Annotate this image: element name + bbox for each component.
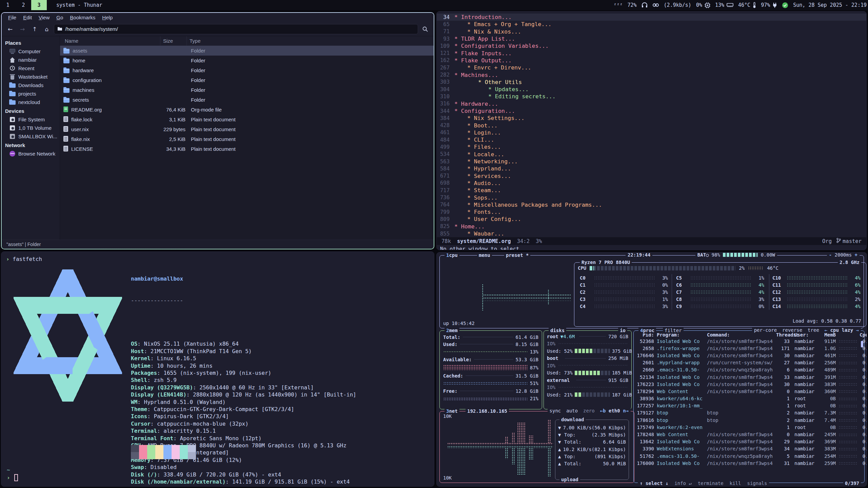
org-heading-line[interactable]: 717 * Steam... <box>437 187 866 194</box>
workspace-button[interactable]: 1 <box>0 0 16 10</box>
home-button[interactable]: ⌂ <box>42 24 52 34</box>
file-row[interactable]: user.nix 229 bytes Plain text document <box>60 124 434 134</box>
menu-item[interactable]: Edit <box>20 14 35 21</box>
menu-item[interactable]: Help <box>99 14 116 21</box>
org-heading-line[interactable]: 799 * Fonts... <box>437 208 866 216</box>
file-row[interactable]: hardware Folder <box>60 65 434 75</box>
up-button[interactable]: ↑ <box>29 24 40 34</box>
proc-reverse-button[interactable]: reverse <box>782 327 802 333</box>
org-heading-line[interactable]: 71 * Nix & Nixos... <box>437 28 866 35</box>
org-heading-line[interactable]: 282 * Machines... <box>437 71 866 78</box>
proc-percore-button[interactable]: per-core <box>754 327 777 333</box>
org-heading-line[interactable]: 316 * Hardware... <box>437 100 866 107</box>
process-row[interactable]: 2658 .firefox-wrappe /nix/store/sm8fmrf3… <box>634 345 864 352</box>
proc-kill-hint[interactable]: kill <box>730 481 741 486</box>
org-heading-line[interactable]: 310 * Editing secrets... <box>437 93 866 100</box>
process-row[interactable]: 3390 WebExtensions /nix/store/sm8fmrf3wp… <box>634 445 864 452</box>
org-heading-line[interactable]: 855 * Waubar... <box>437 230 866 237</box>
tab-io[interactable]: io <box>618 327 627 333</box>
process-row[interactable]: 178294 Web Content /nix/store/sm8fmrf3wp… <box>634 388 864 395</box>
clock[interactable]: Sun, 28 Sep 2025 - 22:19 <box>793 2 867 8</box>
org-heading-line[interactable]: 825 * Home... <box>437 223 866 230</box>
org-heading-line[interactable]: 671 * Services... <box>437 172 866 180</box>
proc-tree-button[interactable]: tree <box>808 327 819 333</box>
process-row[interactable]: 178616 btop btop 2 nambiar 7.4M 0.0 <box>634 416 864 424</box>
file-row[interactable]: README.org 76,4 KiB Org-mode file <box>60 105 434 115</box>
tab-mem[interactable]: 2mem <box>445 327 459 333</box>
org-heading-line[interactable]: 461 * Login... <box>437 129 866 136</box>
org-heading-line[interactable]: 499 * Files... <box>437 143 866 150</box>
proc-select-hint[interactable]: ↑ select ↓ <box>640 481 668 486</box>
org-heading-line[interactable]: 344 * Configuration... <box>437 107 866 115</box>
sidebar-item[interactable]: File System <box>2 115 60 124</box>
sidebar-item[interactable]: Wastebasket <box>2 73 60 81</box>
sidebar-item[interactable]: SMALLBOX Wi... <box>2 132 60 141</box>
file-row[interactable]: flake.nix 2,5 KiB Plain text document <box>60 134 434 144</box>
proc-scrollbar-thumb[interactable] <box>861 341 863 347</box>
idle-inhibit-indicator[interactable]: ᶻᶻᶻ <box>613 2 623 8</box>
process-row[interactable]: 179127 btop btop 2 nambiar 7.3M 0.0 <box>634 409 864 416</box>
proc-info-hint[interactable]: info ↵ <box>674 481 692 486</box>
org-heading-line[interactable]: 484 * CLI... <box>437 136 866 143</box>
file-row[interactable]: configuration Folder <box>60 75 434 85</box>
column-header-size[interactable]: Size <box>160 36 187 45</box>
sidebar-item[interactable]: Browse Network <box>2 149 60 158</box>
process-row[interactable]: 176223 Isolated Web Co /nix/store/sm8fmr… <box>634 381 864 388</box>
file-row[interactable]: flake.lock 3,1 KiB Plain text document <box>60 115 434 124</box>
net-sync-button[interactable]: sync <box>550 408 561 413</box>
preset-button[interactable]: preset * <box>504 252 530 258</box>
file-row[interactable]: assets Folder <box>60 46 434 56</box>
sidebar-item[interactable]: Computer <box>2 47 60 56</box>
org-heading-line[interactable]: 736 * Sops... <box>437 194 866 201</box>
workspace-button[interactable]: 2 <box>16 0 31 10</box>
org-heading-line[interactable]: 109 * Configuration Variables... <box>437 42 866 49</box>
proc-signals-hint[interactable]: signals <box>747 481 767 486</box>
update-interval[interactable]: - 2000ms + <box>827 252 860 258</box>
process-row[interactable]: 52368 Isolated Web Co /nix/store/sm8fmrf… <box>634 338 864 345</box>
forward-button[interactable]: → <box>17 24 27 34</box>
org-heading-line[interactable]: 65 * Emacs + Org + Tangle... <box>437 21 866 28</box>
sidebar-item[interactable]: nextcloud <box>2 98 60 106</box>
terminal-window[interactable]: › fastfetch nambiar@smallbox -----------… <box>1 251 434 487</box>
sidebar-item[interactable]: Recent <box>2 64 60 73</box>
net-zero-button[interactable]: zero <box>583 408 595 413</box>
org-heading-line[interactable]: 384 * Nix Settings... <box>437 115 866 122</box>
temperature[interactable]: 46°C <box>738 2 756 8</box>
back-button[interactable]: ← <box>5 24 15 34</box>
process-row[interactable]: 52134 Isolated Web Co /nix/store/sm8fmrf… <box>634 373 864 381</box>
tab-disks[interactable]: disks <box>549 327 566 333</box>
sidebar-item[interactable]: nambiar <box>2 56 60 64</box>
net-auto-button[interactable]: auto <box>566 408 578 413</box>
process-row[interactable]: 178248 Web Content /nix/store/sm8fmrf3wp… <box>634 431 864 438</box>
org-heading-line[interactable]: 764 * Miscellaneous Packages and Program… <box>437 201 866 208</box>
org-heading-line[interactable]: 698 * Audio... <box>437 180 866 187</box>
file-row[interactable]: secrets Folder <box>60 95 434 105</box>
process-row[interactable]: 176646 Isolated Web Co /nix/store/sm8fmr… <box>634 352 864 359</box>
terminal-cursor[interactable] <box>14 474 18 481</box>
menu-button[interactable]: menu <box>477 252 492 258</box>
workspace-button[interactable]: 3 <box>31 0 47 10</box>
process-row[interactable]: 38936 kworker/u64:6-kc 1 root 0B 0.0 <box>634 395 864 402</box>
sidebar-item[interactable]: projects <box>2 89 60 98</box>
tab-proc[interactable]: 4proc <box>638 327 656 333</box>
proc-filter-button[interactable]: filter <box>663 327 684 333</box>
search-button[interactable] <box>420 24 430 34</box>
menu-item[interactable]: Bookmarks <box>67 14 98 21</box>
process-row[interactable]: 2601 .Hyprland-wrapp /run/current-system… <box>634 359 864 366</box>
org-heading-line[interactable]: 303 * Other Utils <box>437 79 866 86</box>
menu-item[interactable]: Go <box>53 14 66 21</box>
org-heading-line[interactable]: 563 * Networking... <box>437 158 866 165</box>
tab-cpu[interactable]: 1cpu <box>445 252 459 258</box>
org-heading-line[interactable]: 162 * Flake Output... <box>437 57 866 64</box>
process-row[interactable]: 13642 Isolated Web Co /nix/store/sm8fmrf… <box>634 438 864 445</box>
column-header-name[interactable]: Name <box>60 36 160 45</box>
org-heading-line[interactable]: 93 * TLDR App List... <box>437 35 866 42</box>
process-row[interactable]: 175749 kworker/6:2-even 1 root 0B 0.0 <box>634 424 864 431</box>
process-row[interactable]: 51762 .emacs-31.0.50- /nix/store/wnqz5pa… <box>634 452 864 460</box>
status-ok-icon[interactable] <box>782 2 788 8</box>
process-row[interactable]: 177257 kworker/10:1-mm_ 1 root 0B 0.0 <box>634 402 864 409</box>
battery-level[interactable]: 97% <box>761 2 777 8</box>
net-interface-switcher[interactable]: ←b eth0 n→ <box>600 408 629 413</box>
org-heading-line[interactable]: 534 * Locale... <box>437 151 866 158</box>
cpu-usage[interactable]: 0% <box>696 2 710 8</box>
